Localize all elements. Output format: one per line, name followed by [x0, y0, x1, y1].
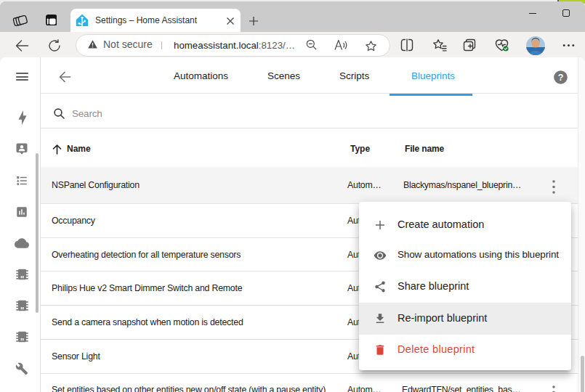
svg-text:?: ? [558, 73, 564, 83]
